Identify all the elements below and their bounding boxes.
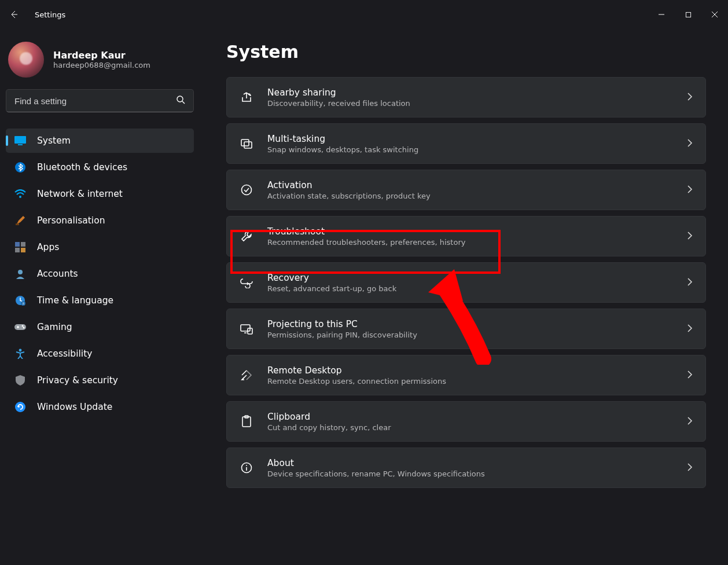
sidebar-nav: SystemBluetooth & devicesNetwork & inter… xyxy=(6,129,194,419)
sidebar-item-system[interactable]: System xyxy=(6,129,194,153)
sidebar-item-label: System xyxy=(37,135,71,146)
sidebar-item-accessibility[interactable]: Accessibility xyxy=(6,342,194,366)
chevron-right-icon xyxy=(687,416,693,427)
window-controls xyxy=(648,5,728,24)
profile-name: Hardeep Kaur xyxy=(53,50,150,61)
person-icon xyxy=(14,267,27,280)
sidebar-item-time-language[interactable]: 文Time & language xyxy=(6,288,194,313)
maximize-button[interactable] xyxy=(675,5,701,24)
svg-point-1 xyxy=(177,96,183,102)
sidebar-item-label: Accessibility xyxy=(37,348,92,359)
card-subtitle: Reset, advanced start-up, go back xyxy=(267,284,674,293)
svg-point-11 xyxy=(18,270,23,274)
close-icon xyxy=(711,11,718,18)
arrow-left-icon xyxy=(9,10,19,19)
settings-card-troubleshoot[interactable]: TroubleshootRecommended troubleshooters,… xyxy=(226,216,706,256)
svg-rect-2 xyxy=(14,136,26,144)
settings-card-about[interactable]: AboutDevice specifications, rename PC, W… xyxy=(226,447,706,488)
accessibility-icon xyxy=(14,347,27,360)
search-input[interactable] xyxy=(14,96,176,106)
chevron-right-icon xyxy=(687,185,693,196)
card-title: Clipboard xyxy=(267,412,674,422)
sidebar: Hardeep Kaur hardeep0688@gmail.com Syste… xyxy=(0,29,200,565)
svg-rect-0 xyxy=(686,12,690,17)
settings-card-multi-tasking[interactable]: Multi-taskingSnap windows, desktops, tas… xyxy=(226,123,706,164)
sidebar-item-label: Gaming xyxy=(37,322,72,332)
settings-card-remote-desktop[interactable]: Remote DesktopRemote Desktop users, conn… xyxy=(226,355,706,395)
settings-card-recovery[interactable]: RecoveryReset, advanced start-up, go bac… xyxy=(226,262,706,303)
sidebar-item-privacy-security[interactable]: Privacy & security xyxy=(6,368,194,392)
check-circle-icon xyxy=(238,182,255,198)
svg-point-16 xyxy=(22,325,24,327)
maximize-icon xyxy=(685,12,692,18)
svg-point-5 xyxy=(19,196,21,198)
avatar xyxy=(8,42,44,78)
clipboard-icon xyxy=(238,413,255,430)
info-icon xyxy=(238,460,255,476)
card-title: Troubleshoot xyxy=(267,226,674,237)
sidebar-item-network-internet[interactable]: Network & internet xyxy=(6,182,194,206)
card-subtitle: Snap windows, desktops, task switching xyxy=(267,145,674,154)
svg-point-17 xyxy=(23,327,25,329)
svg-rect-20 xyxy=(241,140,249,146)
card-title: Recovery xyxy=(267,273,674,283)
svg-rect-6 xyxy=(16,223,19,225)
search-box[interactable] xyxy=(6,89,194,112)
recovery-icon xyxy=(238,274,255,291)
sidebar-item-label: Network & internet xyxy=(37,189,123,199)
profile-block[interactable]: Hardeep Kaur hardeep0688@gmail.com xyxy=(6,35,194,89)
card-subtitle: Cut and copy history, sync, clear xyxy=(267,423,674,432)
page-title: System xyxy=(226,42,706,62)
svg-point-28 xyxy=(246,465,247,466)
settings-card-clipboard[interactable]: ClipboardCut and copy history, sync, cle… xyxy=(226,401,706,442)
sidebar-item-label: Privacy & security xyxy=(37,375,118,386)
card-subtitle: Permissions, pairing PIN, discoverabilit… xyxy=(267,331,674,339)
card-subtitle: Discoverability, received files location xyxy=(267,99,674,108)
sidebar-item-label: Accounts xyxy=(37,269,78,279)
settings-card-nearby-sharing[interactable]: Nearby sharingDiscoverability, received … xyxy=(226,77,706,118)
back-button[interactable] xyxy=(6,6,22,23)
close-button[interactable] xyxy=(701,5,728,24)
minimize-icon xyxy=(658,11,665,18)
search-icon xyxy=(176,95,185,107)
svg-rect-21 xyxy=(244,142,252,148)
display-icon xyxy=(14,134,27,147)
card-title: Multi-tasking xyxy=(267,134,674,144)
svg-rect-8 xyxy=(21,242,25,247)
share-icon xyxy=(238,89,255,105)
minimize-button[interactable] xyxy=(648,5,675,24)
sidebar-item-windows-update[interactable]: Windows Update xyxy=(6,395,194,419)
remote-icon xyxy=(238,367,255,383)
project-icon xyxy=(238,321,255,337)
card-title: Nearby sharing xyxy=(267,87,674,98)
card-subtitle: Remote Desktop users, connection permiss… xyxy=(267,377,674,386)
chevron-right-icon xyxy=(687,138,693,149)
bluetooth-icon xyxy=(14,161,27,174)
sidebar-item-label: Windows Update xyxy=(37,402,112,412)
chevron-right-icon xyxy=(687,231,693,242)
clock-icon: 文 xyxy=(14,294,27,307)
chevron-right-icon xyxy=(687,324,693,335)
svg-rect-9 xyxy=(15,248,20,252)
card-title: Remote Desktop xyxy=(267,365,674,376)
settings-card-activation[interactable]: ActivationActivation state, subscription… xyxy=(226,170,706,210)
sidebar-item-personalisation[interactable]: Personalisation xyxy=(6,208,194,233)
chevron-right-icon xyxy=(687,277,693,288)
svg-point-18 xyxy=(19,349,22,352)
sidebar-item-apps[interactable]: Apps xyxy=(6,235,194,259)
card-subtitle: Recommended troubleshooters, preferences… xyxy=(267,238,674,247)
card-subtitle: Device specifications, rename PC, Window… xyxy=(267,469,674,478)
sidebar-item-label: Apps xyxy=(37,242,59,252)
settings-card-projecting-to-this-pc[interactable]: Projecting to this PCPermissions, pairin… xyxy=(226,309,706,349)
wrench-icon xyxy=(238,228,255,244)
card-title: Projecting to this PC xyxy=(267,319,674,329)
titlebar: Settings xyxy=(0,0,728,29)
sidebar-item-gaming[interactable]: Gaming xyxy=(6,315,194,339)
shield-icon xyxy=(14,374,27,387)
sidebar-item-label: Personalisation xyxy=(37,215,105,226)
sidebar-item-label: Time & language xyxy=(37,295,113,306)
window-title: Settings xyxy=(35,10,65,19)
sidebar-item-accounts[interactable]: Accounts xyxy=(6,262,194,286)
sidebar-item-bluetooth-devices[interactable]: Bluetooth & devices xyxy=(6,155,194,179)
wifi-icon xyxy=(14,188,27,200)
